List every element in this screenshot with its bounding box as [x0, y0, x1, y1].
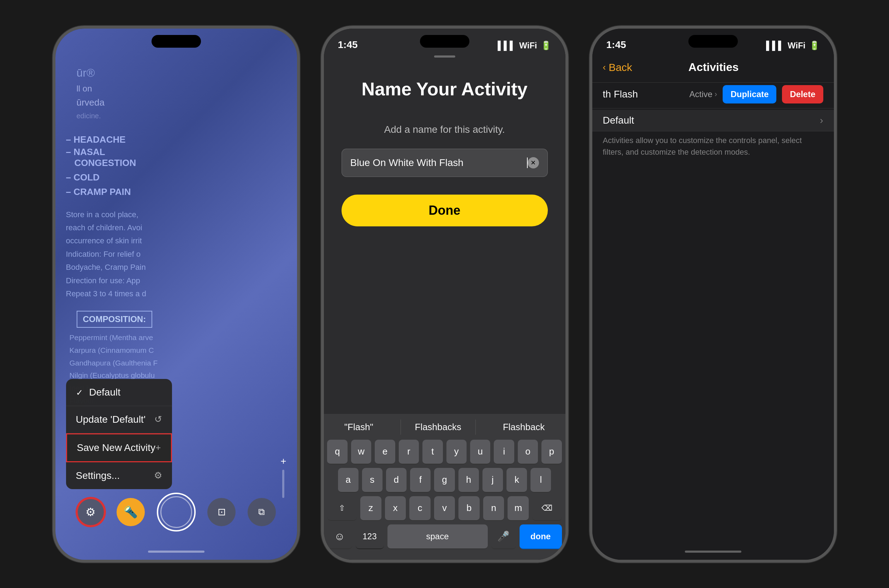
- key-a[interactable]: a: [338, 468, 358, 493]
- gallery-button[interactable]: ⧉: [247, 498, 276, 526]
- default-menu-item[interactable]: ✓ Default: [66, 379, 172, 406]
- key-x[interactable]: x: [385, 496, 406, 521]
- settings-menu-item[interactable]: Settings... ⚙: [66, 462, 172, 489]
- torch-button[interactable]: 🔦: [117, 498, 145, 526]
- gallery-icon: ⧉: [258, 506, 265, 518]
- back-chevron-icon: ‹: [603, 62, 606, 73]
- home-indicator-3: [685, 550, 741, 553]
- activity-row: th Flash Active › Duplicate Delete: [592, 85, 834, 104]
- torch-icon: 🔦: [124, 506, 138, 519]
- autocorrect-flashback[interactable]: Flashback: [496, 420, 552, 435]
- nav-title: Activities: [632, 61, 795, 74]
- key-b[interactable]: b: [459, 496, 480, 521]
- settings-button[interactable]: ⚙: [76, 498, 105, 526]
- phone-3: 1:45 ▌▌▌ WiFi 🔋 ‹ Back Activities th Fla…: [589, 26, 837, 562]
- key-space[interactable]: space: [387, 524, 488, 549]
- done-button[interactable]: Done: [342, 195, 548, 226]
- key-w[interactable]: w: [351, 440, 371, 464]
- drag-indicator: [434, 56, 455, 58]
- key-s[interactable]: s: [362, 468, 382, 493]
- default-row[interactable]: Default ›: [592, 110, 834, 131]
- key-q[interactable]: q: [327, 440, 347, 464]
- keyboard-bottom-row: ☺ 123 space 🎤 done: [327, 524, 562, 549]
- keyboard: "Flash" Flashbacks Flashback q w e r t y…: [324, 414, 565, 560]
- save-activity-menu-item[interactable]: Save New Activity +: [66, 434, 172, 462]
- duplicate-button[interactable]: Duplicate: [723, 85, 777, 104]
- congestion-label: CONGESTION: [55, 158, 297, 168]
- add-icon: +: [155, 442, 161, 453]
- time-2: 1:45: [338, 39, 358, 51]
- headache-label: – HEADACHE: [55, 134, 297, 145]
- key-y[interactable]: y: [447, 440, 466, 464]
- key-f[interactable]: f: [410, 468, 430, 493]
- delete-button[interactable]: Delete: [782, 85, 823, 104]
- scan-button[interactable]: ⊡: [207, 498, 235, 526]
- key-k[interactable]: k: [507, 468, 527, 493]
- key-l[interactable]: l: [531, 468, 551, 493]
- key-i[interactable]: i: [494, 440, 514, 464]
- key-g[interactable]: g: [434, 468, 454, 493]
- key-m[interactable]: m: [508, 496, 529, 521]
- separator-2: [592, 108, 834, 108]
- separator-1: [592, 82, 834, 82]
- key-c[interactable]: c: [409, 496, 430, 521]
- key-e[interactable]: e: [375, 440, 395, 464]
- key-t[interactable]: t: [423, 440, 442, 464]
- composition-box: COMPOSITION:: [76, 311, 153, 328]
- wifi-icon: WiFi: [519, 40, 537, 51]
- key-emoji[interactable]: ☺: [327, 524, 352, 549]
- key-p[interactable]: p: [541, 440, 562, 464]
- default-label: Default: [89, 387, 120, 398]
- save-activity-label: Save New Activity: [77, 442, 156, 453]
- status-icons-3: ▌▌▌ WiFi 🔋: [766, 40, 819, 51]
- phone-2: 1:45 ▌▌▌ WiFi 🔋 Name Your Activity Add a…: [321, 26, 568, 562]
- battery-icon: 🔋: [541, 40, 551, 51]
- update-menu-item[interactable]: Update 'Default' ↺: [66, 406, 172, 434]
- key-z[interactable]: z: [360, 496, 381, 521]
- key-delete[interactable]: ⌫: [532, 496, 562, 521]
- activity-name-input[interactable]: Blue On White With Flash ✕: [342, 148, 548, 177]
- autocorrect-flash-quoted[interactable]: "Flash": [337, 420, 381, 435]
- key-j[interactable]: j: [483, 468, 503, 493]
- active-badge: Active ›: [690, 89, 717, 99]
- default-label: Default: [603, 115, 634, 126]
- nasal-label: – NASAL: [55, 147, 297, 158]
- nav-bar: ‹ Back Activities: [592, 53, 834, 82]
- signal-icon-3: ▌▌▌: [766, 40, 784, 51]
- active-label: Active: [690, 89, 712, 99]
- dynamic-island-2: [420, 35, 469, 48]
- key-h[interactable]: h: [459, 468, 479, 493]
- key-shift[interactable]: ⇧: [327, 496, 357, 521]
- keyboard-row-3: ⇧ z x c v b n m ⌫: [327, 496, 562, 521]
- key-r[interactable]: r: [399, 440, 419, 464]
- battery-icon-3: 🔋: [809, 40, 820, 51]
- phone3-screen: 1:45 ▌▌▌ WiFi 🔋 ‹ Back Activities th Fla…: [592, 28, 834, 560]
- wifi-icon-3: WiFi: [788, 40, 805, 51]
- home-indicator: [148, 550, 204, 553]
- key-mic[interactable]: 🎤: [491, 524, 516, 549]
- keyboard-row-2: a s d f g h j k l: [327, 468, 562, 493]
- key-d[interactable]: d: [386, 468, 406, 493]
- key-v[interactable]: v: [434, 496, 455, 521]
- refresh-icon: ↺: [154, 414, 162, 425]
- phone1-screen: ūr® ll on ūrveda edicine. – HEADACHE – N…: [55, 28, 297, 560]
- scan-icon: ⊡: [217, 506, 226, 518]
- key-done[interactable]: done: [520, 524, 562, 549]
- update-label: Update 'Default': [76, 414, 145, 425]
- key-n[interactable]: n: [483, 496, 504, 521]
- key-u[interactable]: u: [470, 440, 490, 464]
- key-numbers[interactable]: 123: [356, 524, 384, 549]
- slider-control[interactable]: +: [280, 456, 286, 498]
- brand-text: ūr®: [66, 66, 106, 79]
- autocorrect-flashbacks[interactable]: Flashbacks: [400, 420, 476, 435]
- activities-description: Activities allow you to customize the co…: [603, 135, 823, 158]
- settings-gear-icon: ⚙: [85, 506, 96, 519]
- key-o[interactable]: o: [518, 440, 538, 464]
- clear-button[interactable]: ✕: [528, 157, 539, 168]
- menu-popup: ✓ Default Update 'Default' ↺ Save New Ac…: [66, 379, 172, 489]
- back-button[interactable]: ‹ Back: [603, 62, 632, 74]
- signal-icon: ▌▌▌: [498, 40, 516, 51]
- control-bar: ⚙ 🔦 ⊡ ⧉: [55, 493, 297, 531]
- shutter-button[interactable]: [157, 493, 196, 531]
- keyboard-row-1: q w e r t y u i o p: [327, 440, 562, 464]
